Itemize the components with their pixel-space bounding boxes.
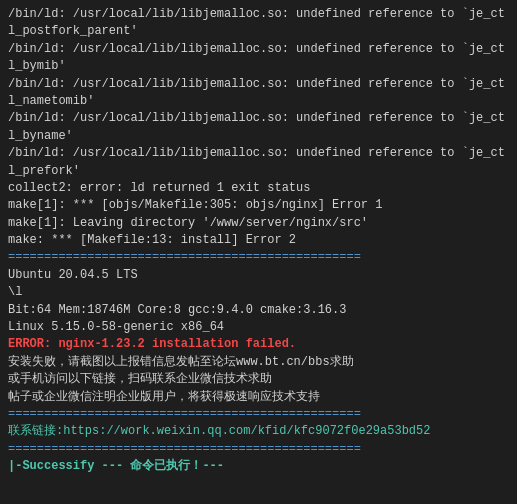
terminal-line-line8: make[1]: Leaving directory '/www/server/… [8,215,509,232]
terminal-line-line9: make: *** [Makefile:13: install] Error 2 [8,232,509,249]
terminal-line-line1: /bin/ld: /usr/local/lib/libjemalloc.so: … [8,6,509,41]
terminal-line-line11: \l [8,284,509,301]
terminal-line-line19: |-Successify --- 命令已执行！--- [8,458,509,475]
terminal-line-sep1: ========================================… [8,249,509,266]
terminal-line-line7: make[1]: *** [objs/Makefile:305: objs/ng… [8,197,509,214]
terminal-line-line2: /bin/ld: /usr/local/lib/libjemalloc.so: … [8,41,509,76]
terminal-line-line3: /bin/ld: /usr/local/lib/libjemalloc.so: … [8,76,509,111]
terminal-line-line13: Linux 5.15.0-58-generic x86_64 [8,319,509,336]
terminal-line-line10: Ubuntu 20.04.5 LTS [8,267,509,284]
terminal-line-line16: 或手机访问以下链接，扫码联系企业微信技术求助 [8,371,509,388]
terminal-line-line17: 帖子或企业微信注明企业版用户，将获得极速响应技术支持 [8,389,509,406]
terminal-line-line18: 联系链接:https://work.weixin.qq.com/kfid/kfc… [8,423,509,440]
terminal-line-line6: collect2: error: ld returned 1 exit stat… [8,180,509,197]
terminal-line-sep2: ========================================… [8,406,509,423]
terminal-window: /bin/ld: /usr/local/lib/libjemalloc.so: … [0,0,517,504]
terminal-line-sep3: ========================================… [8,441,509,458]
terminal-line-line12: Bit:64 Mem:18746M Core:8 gcc:9.4.0 cmake… [8,302,509,319]
terminal-line-line15: 安装失败，请截图以上报错信息发帖至论坛www.bt.cn/bbs求助 [8,354,509,371]
terminal-line-line4: /bin/ld: /usr/local/lib/libjemalloc.so: … [8,110,509,145]
terminal-line-line14: ERROR: nginx-1.23.2 installation failed. [8,336,509,353]
terminal-line-line5: /bin/ld: /usr/local/lib/libjemalloc.so: … [8,145,509,180]
